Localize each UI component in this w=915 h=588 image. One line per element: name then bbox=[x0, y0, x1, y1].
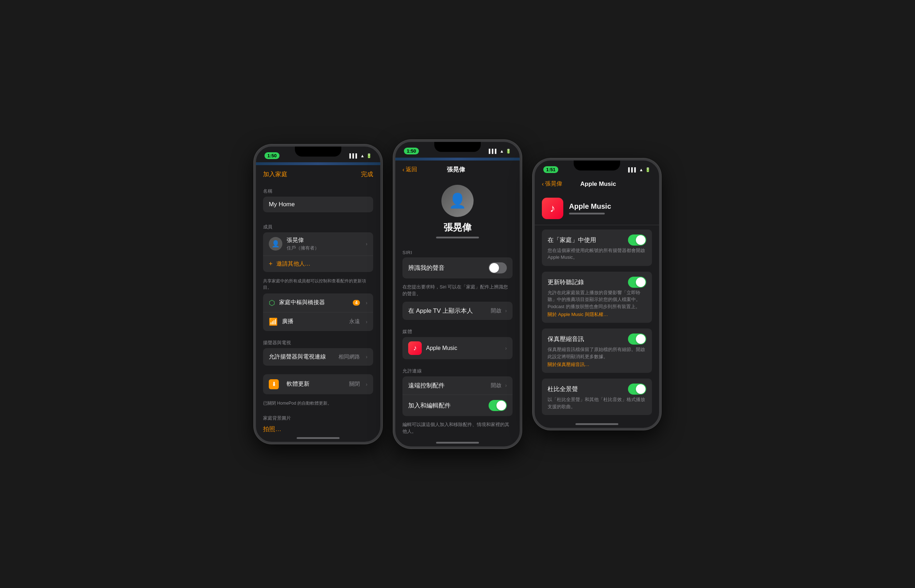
siri-section: 辨識我的聲音 bbox=[402, 257, 513, 278]
wifi-icon-3: ▲ bbox=[639, 167, 643, 172]
software-icon: ⬇ bbox=[269, 379, 279, 389]
update-history-desc: 允許在此家庭裝置上播放的音樂影響「立即聆聽」中的推薦項目並顯示於您的個人檔案中。… bbox=[547, 289, 646, 310]
update-history-label: 更新聆聽記錄 bbox=[547, 278, 584, 286]
software-label: 軟體更新 bbox=[287, 380, 345, 388]
vol-up-btn-1[interactable] bbox=[254, 189, 255, 202]
photo-btn[interactable]: 拍照… bbox=[263, 426, 281, 433]
apple-music-row[interactable]: ♪ Apple Music › bbox=[402, 337, 513, 359]
add-edit-row[interactable]: 加入和編輯配件 bbox=[402, 395, 513, 416]
back-chevron-icon-2: ‹ bbox=[402, 166, 404, 173]
update-history-item[interactable]: 更新聆聽記錄 允許在此家庭裝置上播放的音樂影響「立即聆聽」中的推薦項目並顯示於您… bbox=[542, 271, 652, 323]
member-role-1: 住戶（擁有者） bbox=[287, 245, 360, 251]
voice-desc: 在您提出要求時，Siri 可以在「家庭」配件上辨識您的聲音。 bbox=[395, 281, 520, 302]
back-chevron-icon-3: ‹ bbox=[542, 181, 544, 187]
invite-label: 邀請其他人… bbox=[276, 260, 311, 268]
allow-connect-value: 相同網路 bbox=[339, 354, 360, 360]
app-sub-bar bbox=[569, 213, 605, 215]
plus-icon: + bbox=[269, 260, 273, 268]
nav-bar-3: ‹ 張晃偉 Apple Music bbox=[535, 176, 659, 192]
app-icon-large: ♪ bbox=[542, 198, 563, 219]
apptv-chevron: › bbox=[505, 308, 507, 313]
signal-icon: ▌▌▌ bbox=[350, 153, 359, 158]
power-btn-2[interactable] bbox=[520, 192, 522, 212]
allow-connect-chevron: › bbox=[366, 354, 368, 360]
status-time-2: 1:50 bbox=[404, 148, 419, 154]
use-in-home-section: 在「家庭」中使用 您在這個家裡使用此帳號的所有揚聲器都會開啟 Apple Mus… bbox=[542, 229, 652, 266]
software-row[interactable]: ⬇ 軟體更新 關閉 › bbox=[263, 374, 373, 394]
update-history-toggle[interactable] bbox=[628, 277, 646, 288]
apple-music-label: Apple Music bbox=[426, 345, 499, 351]
screen-content-3[interactable]: ♪ Apple Music 在「家庭」中使用 您在這個家裡 bbox=[535, 192, 659, 424]
dolby-desc: 以「杜比全景聲」和其他「杜比音效」格式播放支援的歌曲。 bbox=[547, 396, 646, 410]
add-edit-toggle[interactable] bbox=[489, 400, 507, 411]
phone-2: 1:50 ▌▌▌ ▲ 🔋 ‹ 返回 張晃偉 👤 張晃偉 bbox=[393, 140, 522, 449]
remote-label: 遠端控制配件 bbox=[408, 381, 445, 389]
battery-icon-2: 🔋 bbox=[506, 149, 511, 154]
hub-row[interactable]: ⬡ 家庭中樞與橋接器 4 › bbox=[263, 294, 373, 312]
hub-chevron: › bbox=[366, 300, 368, 305]
dolby-toggle[interactable] bbox=[628, 384, 646, 395]
apptv-row[interactable]: 在 Apple TV 上顯示本人 開啟 › bbox=[402, 302, 513, 320]
status-icons-1: ▌▌▌ ▲ 🔋 bbox=[350, 153, 372, 158]
update-history-knob bbox=[636, 277, 646, 287]
nav-back-btn-3[interactable]: ‹ 張晃偉 bbox=[542, 180, 562, 187]
invite-helper: 共享家庭中的所有成員都可以控制和查看配件的更新項目。 bbox=[256, 275, 380, 294]
phone-notch-3 bbox=[574, 160, 620, 171]
name-input[interactable]: My Home bbox=[263, 197, 373, 212]
battery-icon: 🔋 bbox=[366, 153, 372, 158]
dolby-knob bbox=[636, 384, 646, 394]
member-avatar-1: 👤 bbox=[269, 237, 282, 250]
lossless-link[interactable]: 關於保真壓縮音訊… bbox=[547, 361, 646, 368]
remote-value: 開啟 bbox=[491, 382, 502, 389]
lossless-toggle[interactable] bbox=[628, 333, 646, 344]
allow-connect-row[interactable]: 允許揚聲器與電視連線 相同網路 › bbox=[263, 348, 373, 366]
software-helper: 已關閉 HomePod 的自動軟體更新。 bbox=[256, 397, 380, 409]
screen-content-2[interactable]: 👤 張晃偉 SIRI 辨識我的聲音 在您提出要求時，Siri 可以在「家庭」配件… bbox=[395, 178, 520, 446]
vol-dn-btn-2[interactable] bbox=[393, 203, 395, 215]
power-btn-1[interactable] bbox=[381, 197, 382, 216]
lossless-desc: 保真壓縮音訊檔保留了原始檔的所有細節。開啟此設定將明顯消耗更多數據。 bbox=[547, 346, 646, 360]
broadcast-row[interactable]: 📶 廣播 永遠 › bbox=[263, 312, 373, 331]
profile-name: 張晃偉 bbox=[444, 221, 471, 234]
member-text-1: 張晃偉 住戶（擁有者） bbox=[287, 237, 360, 251]
software-chevron: › bbox=[366, 381, 368, 387]
dolby-item[interactable]: 杜比全景聲 以「杜比全景聲」和其他「杜比音效」格式播放支援的歌曲。 bbox=[542, 378, 652, 415]
use-in-home-item[interactable]: 在「家庭」中使用 您在這個家裡使用此帳號的所有揚聲器都會開啟 Apple Mus… bbox=[542, 229, 652, 266]
nav-title-3: Apple Music bbox=[581, 181, 616, 187]
allow-connect-label: 允許揚聲器與電視連線 bbox=[269, 353, 334, 361]
vol-up-btn-3[interactable] bbox=[533, 204, 534, 216]
lossless-item[interactable]: 保真壓縮音訊 保真壓縮音訊檔保留了原始檔的所有細節。開啟此設定將明顯消耗更多數據… bbox=[542, 328, 652, 373]
software-value: 關閉 bbox=[349, 381, 360, 388]
dolby-label: 杜比全景聲 bbox=[547, 385, 578, 393]
media-header: 媒體 bbox=[395, 323, 520, 337]
update-history-link[interactable]: 關於 Apple Music 與隱私權… bbox=[547, 311, 646, 318]
nav-back-btn-2[interactable]: ‹ 返回 bbox=[402, 166, 417, 173]
use-in-home-toggle[interactable] bbox=[628, 234, 646, 246]
add-edit-help: 編輯可以讓這個人加入和移除配件、情境和家裡的其他人。 bbox=[395, 419, 520, 439]
voice-label: 辨識我的聲音 bbox=[408, 264, 445, 272]
phone-notch-2 bbox=[434, 142, 481, 152]
wifi-icon-2: ▲ bbox=[500, 149, 504, 154]
member-item-1[interactable]: 👤 張晃偉 住戶（擁有者） › bbox=[263, 233, 373, 256]
lossless-knob bbox=[636, 334, 646, 344]
vol-dn-btn-1[interactable] bbox=[254, 207, 255, 220]
update-history-row: 更新聆聽記錄 bbox=[547, 277, 646, 288]
nav-done-btn[interactable]: 完成 bbox=[361, 170, 373, 178]
name-form-group: My Home bbox=[263, 197, 373, 212]
use-in-home-row: 在「家庭」中使用 bbox=[547, 234, 646, 246]
voice-toggle[interactable] bbox=[489, 262, 507, 273]
nav-bar-1: 加入家庭 完成 bbox=[256, 166, 380, 182]
remote-row[interactable]: 遠端控制配件 開啟 › bbox=[402, 376, 513, 395]
app-name: Apple Music bbox=[569, 202, 611, 210]
power-btn-3[interactable] bbox=[660, 210, 661, 230]
member-name-1: 張晃偉 bbox=[287, 237, 360, 244]
invite-btn[interactable]: + 邀請其他人… bbox=[263, 256, 373, 272]
nav-title-2: 張晃偉 bbox=[447, 165, 465, 174]
back-label-2: 返回 bbox=[406, 166, 417, 173]
screen-content-1[interactable]: 名稱 My Home 成員 👤 張晃偉 住戶（擁有者） › + 邀請其他人… bbox=[256, 182, 380, 442]
broadcast-value: 永遠 bbox=[349, 318, 360, 325]
app-info: Apple Music bbox=[569, 202, 611, 215]
voice-toggle-row[interactable]: 辨識我的聲音 bbox=[402, 257, 513, 278]
vol-up-btn-2[interactable] bbox=[393, 185, 395, 197]
vol-dn-btn-3[interactable] bbox=[533, 221, 534, 234]
